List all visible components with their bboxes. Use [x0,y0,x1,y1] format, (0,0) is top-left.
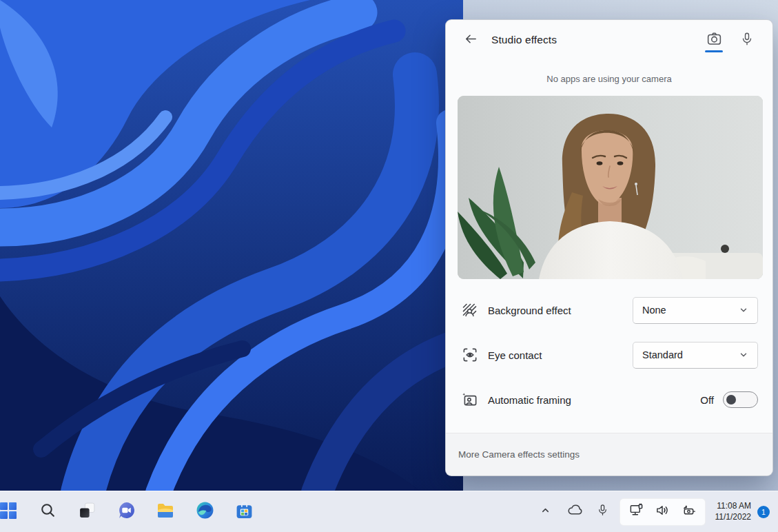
taskbar: 11:08 AM 11/1/2022 1 [0,491,778,532]
teams-chat-icon [117,501,136,522]
tab-camera[interactable] [702,29,726,52]
flyout-header: Studio effects [458,29,759,55]
task-view-icon [78,501,96,522]
quick-settings-button[interactable] [620,498,706,526]
background-effect-row: Background effect None [460,295,758,325]
automatic-framing-icon [460,391,479,409]
edge-icon [196,501,214,522]
chevron-down-icon [739,305,748,315]
camera-icon [702,29,726,48]
search-button[interactable] [34,498,61,526]
search-icon [39,502,57,522]
footer-bar[interactable]: More Camera effects settings [446,433,772,475]
file-explorer-icon [156,501,175,523]
eye-contact-dropdown[interactable]: Standard [633,342,758,369]
camera-tab-selected-indicator [705,50,723,52]
automatic-framing-label: Automatic framing [488,394,571,406]
clock-date: 11/1/2022 [715,512,752,523]
more-camera-effects-settings-link[interactable]: More Camera effects settings [458,449,580,460]
chevron-down-icon [739,350,748,360]
camera-in-use-icon [681,502,697,521]
edge-button[interactable] [191,498,218,526]
back-button[interactable] [458,29,482,51]
camera-usage-status: No apps are using your camera [446,74,772,84]
camera-preview [458,96,763,279]
automatic-framing-state: Off [700,394,714,406]
eye-contact-row: Eye contact Standard [460,340,758,370]
automatic-framing-control: Off [700,391,758,408]
dark-object [721,245,729,253]
network-icon [628,502,644,521]
automatic-framing-toggle[interactable] [723,391,758,408]
automatic-framing-row: Automatic framing Off [460,385,758,415]
settings-rows: Background effect None [460,295,758,429]
microsoft-store-icon [235,501,254,522]
eye-contact-label: Eye contact [488,349,542,361]
file-explorer-button[interactable] [152,498,179,526]
tab-microphone[interactable] [735,29,759,51]
onedrive-button[interactable] [563,498,588,526]
toggle-knob [726,395,736,405]
back-arrow-icon [463,32,478,48]
tray-overflow-button[interactable] [537,498,555,526]
eye-contact-value: Standard [642,349,683,360]
system-tray: 11:08 AM 11/1/2022 1 [537,498,778,526]
windows-logo-icon [0,502,17,522]
chevron-up-icon [540,505,551,518]
onedrive-cloud-icon [566,501,584,522]
volume-icon [655,502,670,521]
taskbar-clock[interactable]: 11:08 AM 11/1/2022 [715,501,752,522]
start-button[interactable] [0,498,22,526]
eye-contact-icon [460,346,479,365]
taskbar-apps [0,498,258,526]
chat-button[interactable] [112,498,140,526]
store-button[interactable] [230,498,258,526]
clock-time: 11:08 AM [715,501,752,512]
background-effect-label: Background effect [488,305,571,316]
task-view-button[interactable] [73,498,101,526]
background-effect-icon [460,301,479,320]
microphone-icon [596,504,609,520]
background-effect-value: None [642,305,666,316]
tray-microphone-button[interactable] [593,498,613,526]
microphone-icon [739,32,755,49]
desktop-screen: Studio effects [0,0,778,532]
studio-effects-flyout: Studio effects [445,19,773,476]
notification-badge[interactable]: 1 [757,506,770,518]
background-effect-dropdown[interactable]: None [633,297,758,324]
page-title: Studio effects [491,34,557,46]
